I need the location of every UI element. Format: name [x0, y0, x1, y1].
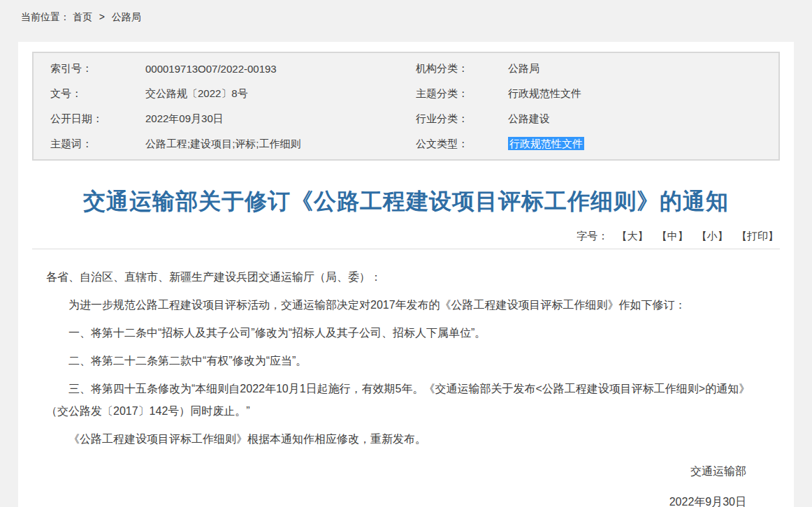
font-size-controls: 字号： 【大】 【中】 【小】 【打印】 — [32, 230, 780, 243]
paragraph-closing: 《公路工程建设项目评标工作细则》根据本通知作相应修改，重新发布。 — [46, 428, 766, 450]
breadcrumb-current: 公路局 — [112, 11, 141, 22]
paragraph-item-1: 一、将第十二条中“招标人及其子公司”修改为“招标人及其子公司、招标人下属单位”。 — [46, 322, 766, 344]
document-card: 索引号： 000019713O07/2022-00193 机构分类： 公路局 文… — [18, 42, 794, 507]
article-body: 各省、自治区、直辖市、新疆生产建设兵团交通运输厅（局、委）： 为进一步规范公路工… — [32, 249, 780, 507]
meta-value-index-number: 000019713O07/2022-00193 — [145, 63, 416, 75]
meta-label-agency-category: 机构分类： — [416, 62, 508, 75]
meta-label-topic-category: 主题分类： — [416, 87, 508, 101]
paragraph-salutation: 各省、自治区、直辖市、新疆生产建设兵团交通运输厅（局、委）： — [46, 266, 766, 288]
meta-value-publish-date: 2022年09月30日 — [145, 112, 416, 126]
breadcrumb-separator: > — [99, 11, 105, 22]
print-button[interactable]: 【打印】 — [737, 230, 778, 242]
meta-value-industry-category: 公路建设 — [508, 112, 778, 126]
meta-label-document-number: 文号： — [50, 87, 145, 101]
meta-row-publish-date: 公开日期： 2022年09月30日 行业分类： 公路建设 — [34, 106, 778, 131]
breadcrumb-label: 当前位置： — [21, 11, 70, 22]
signature-organization: 交通运输部 — [46, 460, 746, 483]
font-size-medium-button[interactable]: 【中】 — [657, 230, 688, 242]
meta-value-document-number: 交公路规〔2022〕8号 — [145, 87, 416, 101]
meta-value-document-type: 行政规范性文件 — [508, 138, 778, 151]
breadcrumb-home-link[interactable]: 首页 — [73, 11, 92, 22]
meta-row-index-number: 索引号： 000019713O07/2022-00193 机构分类： 公路局 — [34, 56, 778, 81]
selected-text-highlight: 行政规范性文件 — [508, 137, 584, 150]
meta-label-publish-date: 公开日期： — [50, 112, 145, 126]
meta-value-agency-category: 公路局 — [508, 62, 778, 75]
page-title: 交通运输部关于修订《公路工程建设项目评标工作细则》的通知 — [60, 186, 752, 217]
font-size-label: 字号： — [577, 230, 608, 242]
meta-row-keywords: 主题词： 公路工程;建设项目;评标;工作细则 公文类型： 行政规范性文件 — [34, 131, 778, 156]
meta-label-document-type: 公文类型： — [416, 138, 508, 151]
font-size-large-button[interactable]: 【大】 — [616, 230, 648, 242]
document-meta-table: 索引号： 000019713O07/2022-00193 机构分类： 公路局 文… — [32, 52, 780, 161]
meta-label-industry-category: 行业分类： — [416, 112, 508, 126]
meta-label-keywords: 主题词： — [50, 138, 145, 151]
paragraph-intro: 为进一步规范公路工程建设项目评标活动，交通运输部决定对2017年发布的《公路工程… — [46, 294, 766, 316]
page: 当前位置： 首页 > 公路局 索引号： 000019713O07/2022-00… — [0, 0, 812, 507]
signature-block: 交通运输部 2022年9月30日 — [46, 460, 766, 507]
paragraph-item-2: 二、将第二十二条第二款中“有权”修改为“应当”。 — [46, 350, 766, 372]
meta-label-index-number: 索引号： — [50, 62, 145, 75]
meta-value-keywords: 公路工程;建设项目;评标;工作细则 — [145, 138, 416, 151]
meta-value-topic-category: 行政规范性文件 — [508, 87, 778, 101]
font-size-small-button[interactable]: 【小】 — [697, 230, 728, 242]
signature-date: 2022年9月30日 — [46, 491, 746, 507]
paragraph-item-3: 三、将第四十五条修改为“本细则自2022年10月1日起施行，有效期5年。《交通运… — [46, 378, 766, 422]
breadcrumb: 当前位置： 首页 > 公路局 — [0, 0, 812, 42]
meta-row-document-number: 文号： 交公路规〔2022〕8号 主题分类： 行政规范性文件 — [34, 81, 778, 106]
